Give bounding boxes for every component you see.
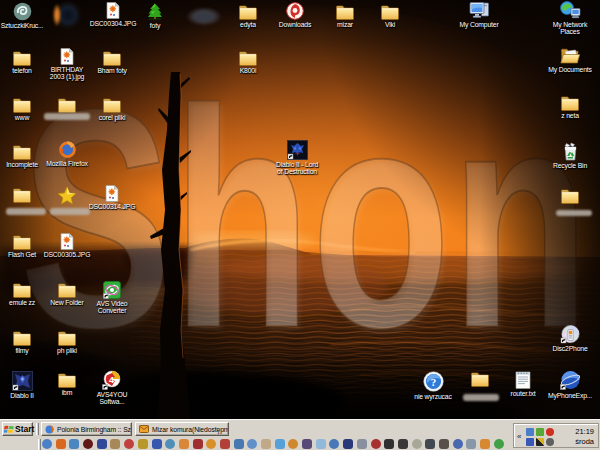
svg-text:4: 4 <box>109 375 114 385</box>
svg-text:?: ? <box>430 376 436 388</box>
